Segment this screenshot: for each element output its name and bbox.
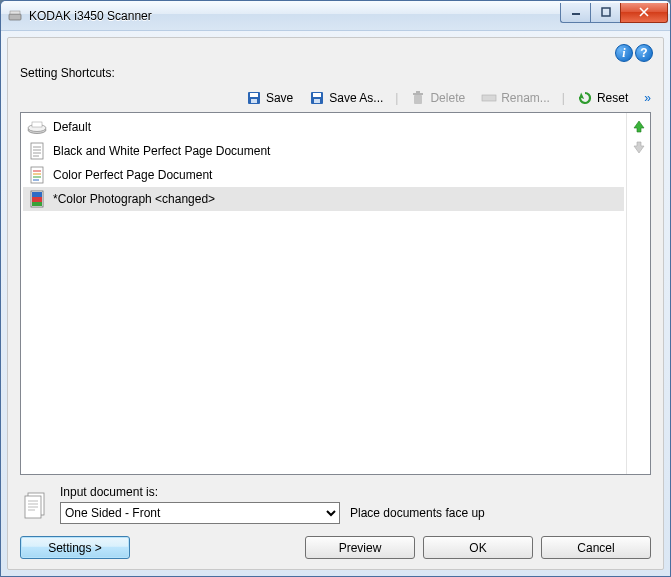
- content: i ? Setting Shortcuts: Save Save As... |: [7, 37, 664, 570]
- save-icon: [246, 90, 262, 106]
- list-item[interactable]: *Color Photograph <changed>: [23, 187, 624, 211]
- svg-rect-22: [31, 167, 43, 183]
- maximize-button[interactable]: [590, 3, 620, 23]
- help-icon[interactable]: ?: [635, 44, 653, 62]
- save-as-label: Save As...: [329, 91, 383, 105]
- svg-rect-10: [414, 95, 422, 104]
- svg-rect-13: [482, 95, 496, 101]
- save-button[interactable]: Save: [242, 88, 297, 108]
- reorder-arrows: [626, 113, 650, 474]
- titlebar: KODAK i3450 Scanner: [1, 1, 670, 31]
- reset-icon: [577, 90, 593, 106]
- toolbar-separator: |: [395, 91, 398, 105]
- reset-button[interactable]: Reset: [573, 88, 632, 108]
- settings-button[interactable]: Settings >: [20, 536, 130, 559]
- minimize-button[interactable]: [560, 3, 590, 23]
- svg-rect-8: [313, 93, 321, 97]
- input-document-label: Input document is:: [60, 485, 651, 499]
- info-row: i ?: [615, 44, 653, 62]
- svg-rect-6: [251, 99, 257, 103]
- delete-label: Delete: [430, 91, 465, 105]
- svg-rect-28: [32, 192, 42, 197]
- list-item-label: Black and White Perfect Page Document: [53, 144, 270, 158]
- rename-button: Renam...: [477, 88, 554, 108]
- svg-rect-17: [31, 143, 43, 159]
- cancel-button-label: Cancel: [577, 541, 614, 555]
- info-icon[interactable]: i: [615, 44, 633, 62]
- svg-rect-11: [413, 93, 423, 95]
- list-item-label: Default: [53, 120, 91, 134]
- save-as-button[interactable]: Save As...: [305, 88, 387, 108]
- settings-button-label: Settings >: [48, 541, 102, 555]
- delete-button: Delete: [406, 88, 469, 108]
- bw-page-icon: [27, 142, 47, 160]
- svg-rect-9: [314, 99, 320, 103]
- reset-label: Reset: [597, 91, 628, 105]
- toolbar-separator-2: |: [562, 91, 565, 105]
- svg-rect-16: [32, 122, 42, 127]
- document-stack-icon: [20, 490, 50, 520]
- svg-rect-2: [572, 13, 580, 15]
- ok-button-label: OK: [469, 541, 486, 555]
- shortcuts-listbox[interactable]: Default Black and White Perfect Page Doc…: [20, 112, 651, 475]
- list-item[interactable]: Color Perfect Page Document: [23, 163, 624, 187]
- input-document-select-row: One Sided - Front Place documents face u…: [60, 502, 651, 524]
- svg-rect-30: [32, 202, 42, 206]
- preview-button[interactable]: Preview: [305, 536, 415, 559]
- svg-rect-29: [32, 197, 42, 202]
- shortcuts-label: Setting Shortcuts:: [20, 66, 651, 80]
- rename-label: Renam...: [501, 91, 550, 105]
- app-icon: [7, 8, 23, 24]
- list-item[interactable]: Black and White Perfect Page Document: [23, 139, 624, 163]
- preview-button-label: Preview: [339, 541, 382, 555]
- toolbar: Save Save As... | Delete Renam...: [20, 84, 651, 112]
- list-item-label: *Color Photograph <changed>: [53, 192, 215, 206]
- input-document-col: Input document is: One Sided - Front Pla…: [60, 485, 651, 524]
- svg-rect-5: [250, 93, 258, 97]
- svg-rect-0: [9, 14, 21, 20]
- svg-rect-1: [10, 11, 20, 14]
- delete-icon: [410, 90, 426, 106]
- svg-rect-3: [602, 8, 610, 16]
- window-controls: [560, 3, 668, 23]
- close-button[interactable]: [620, 3, 668, 23]
- svg-rect-12: [416, 91, 420, 93]
- rename-icon: [481, 90, 497, 106]
- overflow-chevrons-icon[interactable]: »: [640, 91, 649, 105]
- list-item[interactable]: Default: [23, 115, 624, 139]
- input-document-hint: Place documents face up: [350, 506, 485, 520]
- ok-button[interactable]: OK: [423, 536, 533, 559]
- save-as-icon: [309, 90, 325, 106]
- button-row: Settings > Preview OK Cancel: [20, 536, 651, 559]
- window-title: KODAK i3450 Scanner: [29, 9, 560, 23]
- color-photo-icon: [27, 190, 47, 208]
- list-item-label: Color Perfect Page Document: [53, 168, 212, 182]
- save-label: Save: [266, 91, 293, 105]
- move-up-button[interactable]: [630, 117, 648, 135]
- move-down-button: [630, 139, 648, 157]
- cancel-button[interactable]: Cancel: [541, 536, 651, 559]
- input-document-select[interactable]: One Sided - Front: [60, 502, 340, 524]
- color-page-icon: [27, 166, 47, 184]
- scanner-icon: [27, 118, 47, 136]
- shortcuts-list: Default Black and White Perfect Page Doc…: [21, 113, 626, 474]
- input-document-row: Input document is: One Sided - Front Pla…: [20, 485, 651, 524]
- window: KODAK i3450 Scanner i ? Setting Shortcut…: [0, 0, 671, 577]
